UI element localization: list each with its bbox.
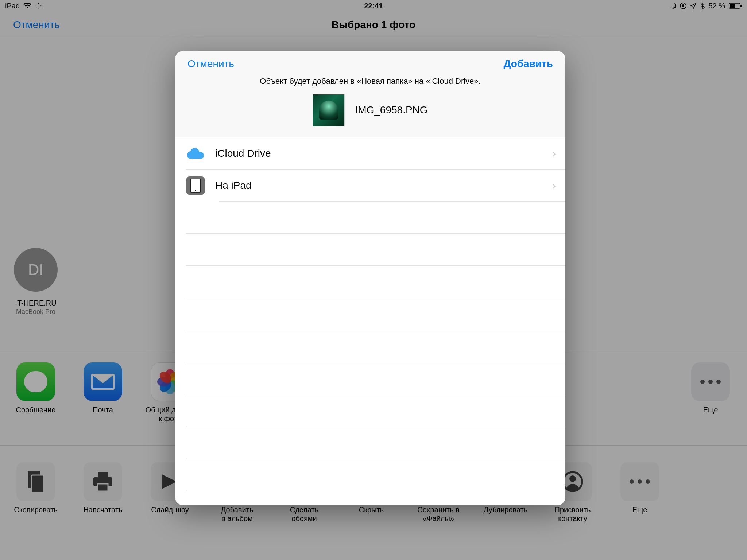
location-list: iCloud Drive › На iPad › <box>175 137 565 202</box>
chevron-right-icon: › <box>552 179 565 192</box>
modal-message: Объект будет добавлен в «Новая папка» на… <box>182 77 558 86</box>
file-thumbnail <box>313 94 345 126</box>
modal-header: Объект будет добавлен в «Новая папка» на… <box>175 77 565 137</box>
location-label: На iPad <box>215 180 542 191</box>
modal-add-button[interactable]: Добавить <box>503 58 553 70</box>
chevron-right-icon: › <box>552 147 565 160</box>
modal-navbar: Отменить Добавить <box>175 51 565 77</box>
save-to-files-modal: Отменить Добавить Объект будет добавлен … <box>175 51 565 505</box>
empty-list-area <box>175 202 565 490</box>
file-name: IMG_6958.PNG <box>355 104 427 116</box>
file-preview-row: IMG_6958.PNG <box>182 94 558 126</box>
location-label: iCloud Drive <box>215 148 542 159</box>
location-on-ipad[interactable]: На iPad › <box>175 170 565 202</box>
location-icloud-drive[interactable]: iCloud Drive › <box>175 137 565 170</box>
ipad-icon <box>186 176 205 195</box>
modal-cancel-button[interactable]: Отменить <box>187 58 234 70</box>
cloud-icon <box>186 144 205 163</box>
